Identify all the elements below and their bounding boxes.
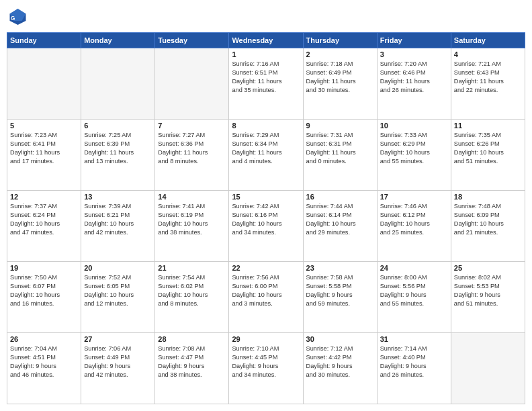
day-number: 3 (380, 50, 448, 58)
weekday-header-thursday: Thursday (303, 33, 377, 48)
weekday-header-friday: Friday (377, 33, 451, 48)
day-info: Sunrise: 7:39 AM Sunset: 6:21 PM Dayligh… (84, 202, 152, 237)
day-info: Sunrise: 7:58 AM Sunset: 5:58 PM Dayligh… (306, 273, 374, 308)
day-info: Sunrise: 7:18 AM Sunset: 6:49 PM Dayligh… (306, 60, 374, 95)
day-info: Sunrise: 7:42 AM Sunset: 6:16 PM Dayligh… (232, 202, 300, 237)
day-info: Sunrise: 7:44 AM Sunset: 6:14 PM Dayligh… (306, 202, 374, 237)
calendar-cell: 10Sunrise: 7:33 AM Sunset: 6:29 PM Dayli… (377, 120, 451, 191)
weekday-header-saturday: Saturday (451, 33, 525, 48)
day-number: 13 (84, 193, 152, 201)
calendar-cell: 31Sunrise: 7:14 AM Sunset: 4:40 PM Dayli… (377, 333, 451, 404)
calendar-cell (155, 48, 229, 120)
day-info: Sunrise: 7:20 AM Sunset: 6:46 PM Dayligh… (380, 60, 448, 95)
day-number: 26 (10, 335, 78, 343)
day-info: Sunrise: 7:21 AM Sunset: 6:43 PM Dayligh… (454, 60, 522, 95)
day-info: Sunrise: 8:02 AM Sunset: 5:53 PM Dayligh… (454, 273, 522, 308)
day-number: 6 (84, 122, 152, 130)
day-number: 11 (454, 122, 522, 130)
day-number: 9 (306, 122, 374, 130)
day-info: Sunrise: 7:27 AM Sunset: 6:36 PM Dayligh… (158, 131, 226, 166)
day-number: 28 (158, 335, 226, 343)
calendar-cell: 8Sunrise: 7:29 AM Sunset: 6:34 PM Daylig… (229, 120, 303, 191)
svg-text:G: G (11, 15, 15, 21)
day-number: 10 (380, 122, 448, 130)
header: G (7, 7, 525, 27)
day-info: Sunrise: 7:04 AM Sunset: 4:51 PM Dayligh… (10, 345, 78, 379)
calendar-cell: 11Sunrise: 7:35 AM Sunset: 6:26 PM Dayli… (451, 120, 525, 191)
calendar-cell: 23Sunrise: 7:58 AM Sunset: 5:58 PM Dayli… (303, 262, 377, 333)
day-info: Sunrise: 7:08 AM Sunset: 4:47 PM Dayligh… (158, 345, 226, 379)
day-number: 15 (232, 193, 300, 201)
calendar-cell: 13Sunrise: 7:39 AM Sunset: 6:21 PM Dayli… (81, 191, 155, 262)
day-number: 1 (232, 50, 300, 58)
calendar-cell: 1Sunrise: 7:16 AM Sunset: 6:51 PM Daylig… (229, 48, 303, 120)
calendar-cell: 28Sunrise: 7:08 AM Sunset: 4:47 PM Dayli… (155, 333, 229, 404)
weekday-header-sunday: Sunday (7, 33, 81, 48)
day-number: 18 (454, 193, 522, 201)
day-info: Sunrise: 7:50 AM Sunset: 6:07 PM Dayligh… (10, 273, 78, 308)
day-number: 8 (232, 122, 300, 130)
weekday-header-row: SundayMondayTuesdayWednesdayThursdayFrid… (7, 33, 525, 48)
day-info: Sunrise: 7:35 AM Sunset: 6:26 PM Dayligh… (454, 131, 522, 166)
day-info: Sunrise: 7:48 AM Sunset: 6:09 PM Dayligh… (454, 202, 522, 237)
day-number: 25 (454, 264, 522, 272)
day-info: Sunrise: 7:06 AM Sunset: 4:49 PM Dayligh… (84, 345, 152, 379)
day-number: 21 (158, 264, 226, 272)
calendar-cell: 29Sunrise: 7:10 AM Sunset: 4:45 PM Dayli… (229, 333, 303, 404)
week-row-2: 5Sunrise: 7:23 AM Sunset: 6:41 PM Daylig… (7, 120, 525, 191)
day-info: Sunrise: 7:31 AM Sunset: 6:31 PM Dayligh… (306, 131, 374, 166)
day-number: 2 (306, 50, 374, 58)
day-number: 7 (158, 122, 226, 130)
day-number: 17 (380, 193, 448, 201)
calendar-cell: 9Sunrise: 7:31 AM Sunset: 6:31 PM Daylig… (303, 120, 377, 191)
day-info: Sunrise: 7:14 AM Sunset: 4:40 PM Dayligh… (380, 345, 448, 379)
calendar-cell: 17Sunrise: 7:46 AM Sunset: 6:12 PM Dayli… (377, 191, 451, 262)
day-number: 19 (10, 264, 78, 272)
week-row-3: 12Sunrise: 7:37 AM Sunset: 6:24 PM Dayli… (7, 191, 525, 262)
day-number: 20 (84, 264, 152, 272)
day-info: Sunrise: 7:37 AM Sunset: 6:24 PM Dayligh… (10, 202, 78, 237)
day-number: 4 (454, 50, 522, 58)
day-number: 5 (10, 122, 78, 130)
calendar-cell: 19Sunrise: 7:50 AM Sunset: 6:07 PM Dayli… (7, 262, 81, 333)
day-number: 22 (232, 264, 300, 272)
calendar-cell: 30Sunrise: 7:12 AM Sunset: 4:42 PM Dayli… (303, 333, 377, 404)
day-info: Sunrise: 7:10 AM Sunset: 4:45 PM Dayligh… (232, 345, 300, 379)
day-info: Sunrise: 7:41 AM Sunset: 6:19 PM Dayligh… (158, 202, 226, 237)
logo: G (7, 7, 30, 27)
calendar-cell: 2Sunrise: 7:18 AM Sunset: 6:49 PM Daylig… (303, 48, 377, 120)
day-number: 30 (306, 335, 374, 343)
day-number: 27 (84, 335, 152, 343)
page: G SundayMondayTuesdayWednesdayThursdayFr… (0, 0, 532, 411)
day-number: 16 (306, 193, 374, 201)
calendar-cell (81, 48, 155, 120)
day-info: Sunrise: 7:56 AM Sunset: 6:00 PM Dayligh… (232, 273, 300, 308)
day-number: 31 (380, 335, 448, 343)
calendar-cell: 12Sunrise: 7:37 AM Sunset: 6:24 PM Dayli… (7, 191, 81, 262)
day-number: 23 (306, 264, 374, 272)
calendar-cell: 4Sunrise: 7:21 AM Sunset: 6:43 PM Daylig… (451, 48, 525, 120)
calendar-table: SundayMondayTuesdayWednesdayThursdayFrid… (7, 32, 525, 404)
day-number: 14 (158, 193, 226, 201)
week-row-4: 19Sunrise: 7:50 AM Sunset: 6:07 PM Dayli… (7, 262, 525, 333)
day-info: Sunrise: 7:52 AM Sunset: 6:05 PM Dayligh… (84, 273, 152, 308)
calendar-cell: 21Sunrise: 7:54 AM Sunset: 6:02 PM Dayli… (155, 262, 229, 333)
calendar-cell: 6Sunrise: 7:25 AM Sunset: 6:39 PM Daylig… (81, 120, 155, 191)
week-row-1: 1Sunrise: 7:16 AM Sunset: 6:51 PM Daylig… (7, 48, 525, 120)
calendar-cell: 20Sunrise: 7:52 AM Sunset: 6:05 PM Dayli… (81, 262, 155, 333)
calendar-cell: 15Sunrise: 7:42 AM Sunset: 6:16 PM Dayli… (229, 191, 303, 262)
day-number: 24 (380, 264, 448, 272)
day-number: 29 (232, 335, 300, 343)
day-info: Sunrise: 8:00 AM Sunset: 5:56 PM Dayligh… (380, 273, 448, 308)
calendar-cell: 5Sunrise: 7:23 AM Sunset: 6:41 PM Daylig… (7, 120, 81, 191)
calendar-cell: 18Sunrise: 7:48 AM Sunset: 6:09 PM Dayli… (451, 191, 525, 262)
calendar-cell: 22Sunrise: 7:56 AM Sunset: 6:00 PM Dayli… (229, 262, 303, 333)
day-info: Sunrise: 7:29 AM Sunset: 6:34 PM Dayligh… (232, 131, 300, 166)
calendar-cell: 7Sunrise: 7:27 AM Sunset: 6:36 PM Daylig… (155, 120, 229, 191)
day-info: Sunrise: 7:23 AM Sunset: 6:41 PM Dayligh… (10, 131, 78, 166)
weekday-header-monday: Monday (81, 33, 155, 48)
day-info: Sunrise: 7:46 AM Sunset: 6:12 PM Dayligh… (380, 202, 448, 237)
calendar-cell: 16Sunrise: 7:44 AM Sunset: 6:14 PM Dayli… (303, 191, 377, 262)
day-info: Sunrise: 7:25 AM Sunset: 6:39 PM Dayligh… (84, 131, 152, 166)
day-number: 12 (10, 193, 78, 201)
